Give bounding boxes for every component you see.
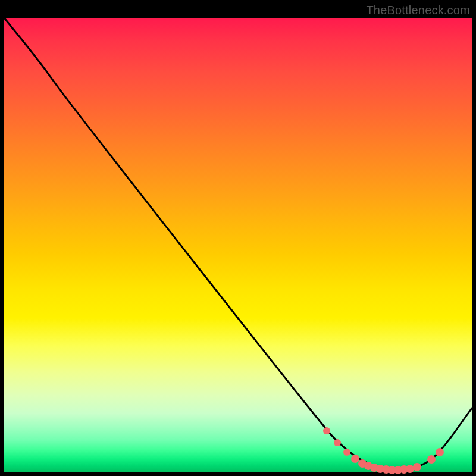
svg-point-3 xyxy=(351,455,359,463)
svg-point-1 xyxy=(334,439,341,446)
curve-svg xyxy=(4,18,472,472)
curve-line xyxy=(4,18,472,469)
svg-point-13 xyxy=(413,463,421,471)
svg-point-12 xyxy=(406,465,414,473)
chart-frame xyxy=(4,18,472,472)
curve-markers xyxy=(323,427,444,474)
svg-point-2 xyxy=(343,449,350,456)
plot-area xyxy=(4,18,472,472)
svg-point-0 xyxy=(323,427,330,434)
svg-point-14 xyxy=(427,455,436,464)
svg-point-15 xyxy=(436,448,444,456)
attribution-text: TheBottleneck.com xyxy=(366,4,470,17)
